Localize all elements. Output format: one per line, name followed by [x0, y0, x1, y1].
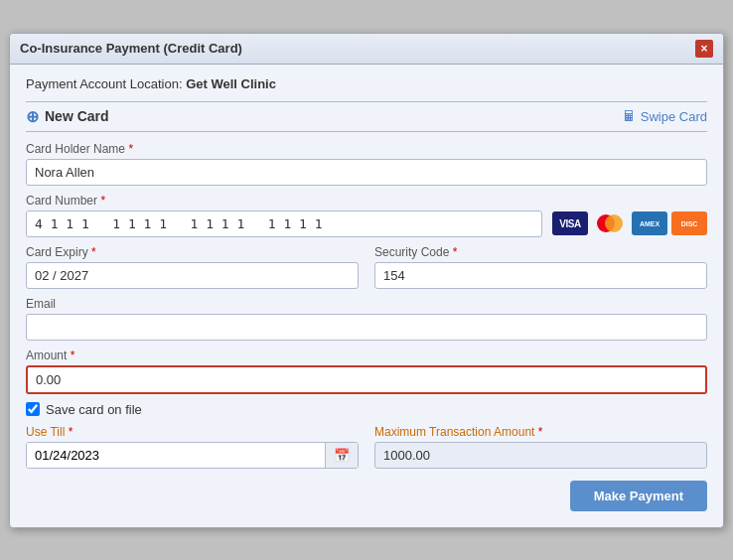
save-card-checkbox[interactable] [26, 402, 40, 416]
footer-row: Make Payment [26, 481, 707, 511]
svg-point-1 [605, 214, 623, 232]
save-card-row: Save card on file [26, 402, 707, 417]
card-holder-name-group: Card Holder Name * [26, 142, 707, 186]
title-bar: Co-Insurance Payment (Credit Card) × [10, 34, 723, 65]
dialog-body: Payment Account Location: Get Well Clini… [10, 65, 723, 527]
max-transaction-label: Maximum Transaction Amount * [374, 425, 707, 439]
new-card-icon: ⊕ [26, 107, 39, 126]
amex-icon: AMEX [632, 211, 667, 235]
save-card-label[interactable]: Save card on file [46, 402, 142, 417]
security-code-label: Security Code * [374, 245, 707, 259]
use-till-input[interactable] [27, 443, 325, 468]
visa-icon: VISA [552, 211, 588, 235]
new-card-row: ⊕ New Card 🖩 Swipe Card [26, 101, 707, 132]
dialog-title: Co-Insurance Payment (Credit Card) [20, 41, 242, 56]
mastercard-icon [592, 211, 628, 235]
amount-group: Amount * [26, 349, 707, 394]
payment-location: Payment Account Location: Get Well Clini… [26, 76, 707, 91]
security-code-input[interactable] [374, 262, 707, 289]
card-number-section: Card Number * VISA AMEX DISC [26, 194, 707, 237]
card-expiry-group: Card Expiry * [26, 245, 359, 289]
card-number-row: VISA AMEX DISC [26, 210, 707, 237]
co-insurance-dialog: Co-Insurance Payment (Credit Card) × Pay… [9, 33, 724, 528]
max-transaction-input[interactable] [374, 442, 707, 469]
card-holder-name-input[interactable] [26, 159, 707, 186]
use-till-label: Use Till * [26, 425, 359, 439]
close-button[interactable]: × [695, 40, 713, 58]
clinic-name: Get Well Clinic [186, 76, 276, 91]
required-marker: * [128, 142, 133, 156]
email-label: Email [26, 297, 707, 311]
make-payment-button[interactable]: Make Payment [570, 481, 707, 511]
card-number-input[interactable] [26, 210, 542, 237]
card-holder-name-label: Card Holder Name * [26, 142, 707, 156]
amount-input-wrapper [26, 365, 707, 394]
card-brand-icons: VISA AMEX DISC [552, 211, 707, 235]
new-card-label: ⊕ New Card [26, 107, 109, 126]
amount-input[interactable] [28, 367, 705, 392]
amount-label: Amount * [26, 349, 707, 362]
card-expiry-input[interactable] [26, 262, 359, 289]
new-card-text: New Card [45, 108, 109, 124]
email-input[interactable] [26, 314, 707, 341]
calendar-button[interactable]: 📅 [325, 443, 358, 468]
use-till-row: Use Till * 📅 Maximum Transaction Amount … [26, 425, 707, 469]
use-till-input-wrapper: 📅 [26, 442, 359, 469]
max-transaction-group: Maximum Transaction Amount * [374, 425, 707, 469]
swipe-card-label: Swipe Card [641, 109, 707, 124]
discover-icon: DISC [671, 211, 707, 235]
card-number-label: Card Number * [26, 194, 707, 208]
email-group: Email [26, 297, 707, 341]
use-till-group: Use Till * 📅 [26, 425, 359, 469]
card-expiry-label: Card Expiry * [26, 245, 359, 259]
expiry-security-row: Card Expiry * Security Code * [26, 245, 707, 289]
security-code-group: Security Code * [374, 245, 707, 289]
swipe-card-button[interactable]: 🖩 Swipe Card [622, 108, 707, 124]
swipe-card-icon: 🖩 [622, 108, 636, 124]
